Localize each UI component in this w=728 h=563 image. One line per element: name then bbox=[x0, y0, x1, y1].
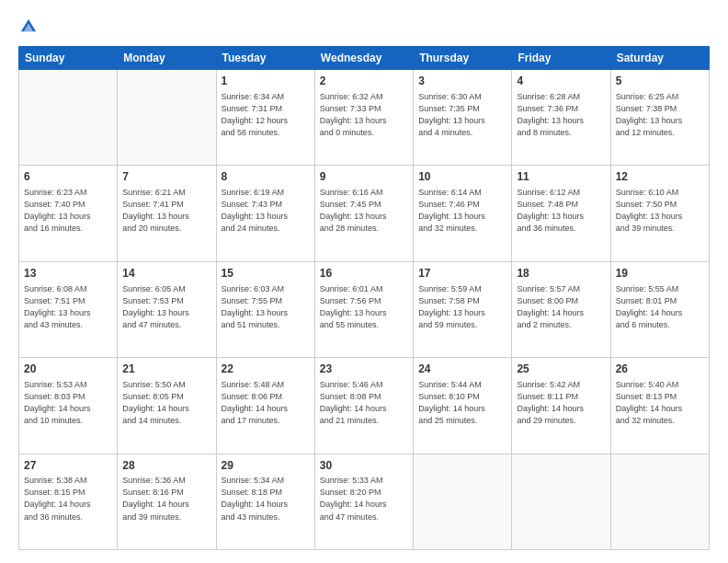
day-info: Sunrise: 5:34 AM Sunset: 8:18 PM Dayligh… bbox=[222, 475, 310, 523]
day-info: Sunrise: 6:10 AM Sunset: 7:50 PM Dayligh… bbox=[616, 187, 704, 235]
day-info: Sunrise: 6:34 AM Sunset: 7:31 PM Dayligh… bbox=[222, 91, 310, 139]
day-info: Sunrise: 6:03 AM Sunset: 7:55 PM Dayligh… bbox=[222, 283, 310, 331]
day-info: Sunrise: 6:25 AM Sunset: 7:38 PM Dayligh… bbox=[616, 91, 704, 139]
calendar-cell: 10Sunrise: 6:14 AM Sunset: 7:46 PM Dayli… bbox=[414, 166, 512, 261]
calendar-cell: 30Sunrise: 5:33 AM Sunset: 8:20 PM Dayli… bbox=[314, 454, 413, 549]
day-info: Sunrise: 6:32 AM Sunset: 7:33 PM Dayligh… bbox=[320, 91, 408, 139]
calendar-cell: 1Sunrise: 6:34 AM Sunset: 7:31 PM Daylig… bbox=[216, 70, 314, 166]
calendar-cell: 6Sunrise: 6:23 AM Sunset: 7:40 PM Daylig… bbox=[19, 166, 118, 261]
calendar-cell bbox=[19, 70, 118, 166]
calendar-cell: 9Sunrise: 6:16 AM Sunset: 7:45 PM Daylig… bbox=[314, 166, 413, 261]
calendar-week-row: 6Sunrise: 6:23 AM Sunset: 7:40 PM Daylig… bbox=[19, 166, 710, 261]
day-info: Sunrise: 5:44 AM Sunset: 8:10 PM Dayligh… bbox=[418, 379, 506, 427]
header bbox=[18, 17, 710, 37]
day-number: 26 bbox=[616, 362, 704, 377]
day-info: Sunrise: 6:08 AM Sunset: 7:51 PM Dayligh… bbox=[24, 283, 112, 331]
day-info: Sunrise: 5:59 AM Sunset: 7:58 PM Dayligh… bbox=[418, 283, 506, 331]
day-number: 3 bbox=[418, 74, 506, 89]
day-number: 22 bbox=[222, 362, 310, 377]
day-number: 21 bbox=[122, 362, 210, 377]
day-number: 20 bbox=[24, 362, 112, 377]
day-number: 27 bbox=[24, 458, 112, 474]
calendar-day-header: Tuesday bbox=[216, 47, 314, 70]
day-number: 19 bbox=[616, 266, 704, 282]
day-number: 10 bbox=[418, 169, 506, 185]
day-info: Sunrise: 6:23 AM Sunset: 7:40 PM Dayligh… bbox=[24, 187, 112, 235]
day-info: Sunrise: 6:19 AM Sunset: 7:43 PM Dayligh… bbox=[222, 187, 310, 235]
day-info: Sunrise: 5:57 AM Sunset: 8:00 PM Dayligh… bbox=[517, 283, 605, 331]
day-info: Sunrise: 6:28 AM Sunset: 7:36 PM Dayligh… bbox=[517, 91, 605, 139]
day-info: Sunrise: 6:12 AM Sunset: 7:48 PM Dayligh… bbox=[517, 187, 605, 235]
day-number: 30 bbox=[320, 458, 408, 474]
day-number: 11 bbox=[517, 169, 605, 185]
calendar-week-row: 27Sunrise: 5:38 AM Sunset: 8:15 PM Dayli… bbox=[19, 454, 710, 549]
calendar-header-row: SundayMondayTuesdayWednesdayThursdayFrid… bbox=[19, 47, 710, 70]
page: SundayMondayTuesdayWednesdayThursdayFrid… bbox=[0, 0, 728, 563]
day-info: Sunrise: 5:48 AM Sunset: 8:06 PM Dayligh… bbox=[222, 379, 310, 427]
day-number: 29 bbox=[222, 458, 310, 474]
calendar-day-header: Wednesday bbox=[314, 47, 413, 70]
calendar-cell: 3Sunrise: 6:30 AM Sunset: 7:35 PM Daylig… bbox=[414, 70, 512, 166]
day-number: 18 bbox=[517, 266, 605, 282]
calendar-cell: 7Sunrise: 6:21 AM Sunset: 7:41 PM Daylig… bbox=[118, 166, 216, 261]
day-info: Sunrise: 5:42 AM Sunset: 8:11 PM Dayligh… bbox=[517, 379, 605, 427]
calendar-cell: 17Sunrise: 5:59 AM Sunset: 7:58 PM Dayli… bbox=[414, 261, 512, 357]
calendar-cell: 19Sunrise: 5:55 AM Sunset: 8:01 PM Dayli… bbox=[610, 261, 709, 357]
calendar-cell bbox=[512, 454, 610, 549]
day-info: Sunrise: 5:38 AM Sunset: 8:15 PM Dayligh… bbox=[24, 475, 112, 523]
calendar-cell: 27Sunrise: 5:38 AM Sunset: 8:15 PM Dayli… bbox=[19, 454, 118, 549]
calendar-cell: 22Sunrise: 5:48 AM Sunset: 8:06 PM Dayli… bbox=[216, 358, 314, 454]
calendar-day-header: Sunday bbox=[19, 47, 118, 70]
calendar-cell: 4Sunrise: 6:28 AM Sunset: 7:36 PM Daylig… bbox=[512, 70, 610, 166]
calendar-cell: 12Sunrise: 6:10 AM Sunset: 7:50 PM Dayli… bbox=[610, 166, 709, 261]
day-number: 8 bbox=[222, 169, 310, 185]
day-number: 14 bbox=[122, 266, 210, 282]
calendar-day-header: Thursday bbox=[414, 47, 512, 70]
day-number: 13 bbox=[24, 266, 112, 282]
calendar-cell: 26Sunrise: 5:40 AM Sunset: 8:13 PM Dayli… bbox=[610, 358, 709, 454]
calendar-day-header: Monday bbox=[118, 47, 216, 70]
day-info: Sunrise: 5:50 AM Sunset: 8:05 PM Dayligh… bbox=[122, 379, 210, 427]
logo-icon bbox=[18, 17, 39, 37]
day-number: 1 bbox=[222, 74, 310, 89]
calendar-cell: 18Sunrise: 5:57 AM Sunset: 8:00 PM Dayli… bbox=[512, 261, 610, 357]
calendar-week-row: 20Sunrise: 5:53 AM Sunset: 8:03 PM Dayli… bbox=[19, 358, 710, 454]
logo bbox=[18, 17, 42, 37]
calendar-cell: 24Sunrise: 5:44 AM Sunset: 8:10 PM Dayli… bbox=[414, 358, 512, 454]
calendar-cell: 11Sunrise: 6:12 AM Sunset: 7:48 PM Dayli… bbox=[512, 166, 610, 261]
day-number: 16 bbox=[320, 266, 408, 282]
calendar-cell: 25Sunrise: 5:42 AM Sunset: 8:11 PM Dayli… bbox=[512, 358, 610, 454]
day-number: 17 bbox=[418, 266, 506, 282]
day-number: 25 bbox=[517, 362, 605, 377]
day-info: Sunrise: 6:14 AM Sunset: 7:46 PM Dayligh… bbox=[418, 187, 506, 235]
day-number: 23 bbox=[320, 362, 408, 377]
day-info: Sunrise: 6:01 AM Sunset: 7:56 PM Dayligh… bbox=[320, 283, 408, 331]
calendar-cell: 28Sunrise: 5:36 AM Sunset: 8:16 PM Dayli… bbox=[118, 454, 216, 549]
day-info: Sunrise: 5:40 AM Sunset: 8:13 PM Dayligh… bbox=[616, 379, 704, 427]
day-number: 24 bbox=[418, 362, 506, 377]
calendar-day-header: Saturday bbox=[610, 47, 709, 70]
calendar-cell bbox=[414, 454, 512, 549]
calendar-cell: 23Sunrise: 5:46 AM Sunset: 8:08 PM Dayli… bbox=[314, 358, 413, 454]
calendar-cell: 14Sunrise: 6:05 AM Sunset: 7:53 PM Dayli… bbox=[118, 261, 216, 357]
day-info: Sunrise: 5:46 AM Sunset: 8:08 PM Dayligh… bbox=[320, 379, 408, 427]
day-info: Sunrise: 6:05 AM Sunset: 7:53 PM Dayligh… bbox=[122, 283, 210, 331]
day-number: 15 bbox=[222, 266, 310, 282]
calendar-cell bbox=[118, 70, 216, 166]
calendar-cell: 5Sunrise: 6:25 AM Sunset: 7:38 PM Daylig… bbox=[610, 70, 709, 166]
calendar-cell: 29Sunrise: 5:34 AM Sunset: 8:18 PM Dayli… bbox=[216, 454, 314, 549]
day-info: Sunrise: 6:21 AM Sunset: 7:41 PM Dayligh… bbox=[122, 187, 210, 235]
calendar-table: SundayMondayTuesdayWednesdayThursdayFrid… bbox=[18, 46, 710, 550]
day-number: 12 bbox=[616, 169, 704, 185]
calendar-day-header: Friday bbox=[512, 47, 610, 70]
calendar-cell: 13Sunrise: 6:08 AM Sunset: 7:51 PM Dayli… bbox=[19, 261, 118, 357]
day-number: 6 bbox=[24, 169, 112, 185]
day-info: Sunrise: 6:16 AM Sunset: 7:45 PM Dayligh… bbox=[320, 187, 408, 235]
calendar-cell: 2Sunrise: 6:32 AM Sunset: 7:33 PM Daylig… bbox=[314, 70, 413, 166]
day-number: 4 bbox=[517, 74, 605, 89]
day-number: 2 bbox=[320, 74, 408, 89]
calendar-cell bbox=[610, 454, 709, 549]
calendar-week-row: 1Sunrise: 6:34 AM Sunset: 7:31 PM Daylig… bbox=[19, 70, 710, 166]
day-info: Sunrise: 5:36 AM Sunset: 8:16 PM Dayligh… bbox=[122, 475, 210, 523]
day-info: Sunrise: 5:55 AM Sunset: 8:01 PM Dayligh… bbox=[616, 283, 704, 331]
